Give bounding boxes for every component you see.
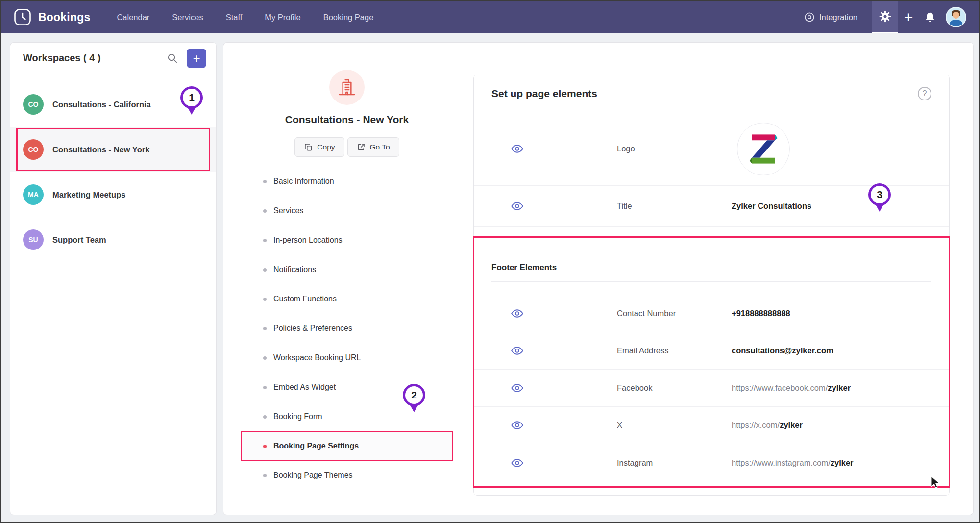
menu-item-label: Workspace Booking URL (273, 353, 361, 362)
workspace-overview: Consultations - New York Copy Go To (242, 43, 452, 490)
workspace-list: CO Consultations - California CO Consult… (10, 74, 216, 262)
eye-icon (511, 344, 524, 357)
x-visibility-toggle[interactable] (474, 419, 617, 432)
nav-booking-page[interactable]: Booking Page (323, 13, 374, 22)
workspace-actions: Copy Go To (242, 137, 452, 157)
title-value[interactable]: Zylker Consultations (732, 201, 949, 211)
footer-elements-heading: Footer Elements (474, 236, 949, 273)
panel-title: Set up page elements (491, 88, 918, 100)
bullet-icon (263, 386, 267, 389)
contact-number-label: Contact Number (617, 309, 732, 318)
value-muted-part: https://www.instagram.com/ (732, 458, 831, 467)
integration-icon (804, 12, 815, 23)
go-to-button[interactable]: Go To (347, 137, 399, 157)
user-avatar[interactable] (946, 7, 966, 27)
external-link-icon (357, 143, 366, 151)
contact-number-value[interactable]: +918888888888 (732, 309, 949, 318)
nav-my-profile[interactable]: My Profile (265, 13, 300, 22)
instagram-visibility-toggle[interactable] (474, 456, 617, 470)
menu-item-in-person-locations[interactable]: In-person Locations (242, 225, 452, 255)
menu-item-label: Booking Page Settings (273, 442, 359, 450)
menu-item-embed-as-widget[interactable]: Embed As Widget (242, 373, 452, 402)
workspace-initials-badge: MA (23, 184, 44, 205)
brand[interactable]: Bookings (14, 8, 90, 26)
workspace-initials-badge: CO (23, 139, 44, 160)
copy-button[interactable]: Copy (294, 137, 344, 157)
menu-item-custom-functions[interactable]: Custom Functions (242, 284, 452, 314)
bullet-icon (263, 415, 267, 419)
nav-calendar[interactable]: Calendar (117, 13, 149, 22)
sidebar-header: Workspaces ( 4 ) + (10, 43, 216, 74)
plus-icon: + (904, 9, 913, 25)
bullet-icon (263, 268, 267, 272)
copy-icon (304, 143, 313, 151)
avatar-face (953, 12, 959, 19)
menu-item-policies-preferences[interactable]: Policies & Preferences (242, 314, 452, 343)
logo-visibility-toggle[interactable] (474, 142, 617, 155)
go-to-button-label: Go To (370, 143, 390, 151)
eye-icon (511, 142, 524, 155)
brand-name: Bookings (38, 11, 90, 24)
workspace-item-consultations-new-york[interactable]: CO Consultations - New York (10, 127, 216, 172)
menu-item-booking-form[interactable]: Booking Form (242, 402, 452, 431)
workspace-initials-badge: SU (23, 229, 44, 250)
x-row: X https://x.com/zylker (474, 407, 949, 444)
setup-page-elements-panel: Set up page elements ? Logo (473, 75, 950, 496)
workspace-item-marketing-meetups[interactable]: MA Marketing Meetups (10, 172, 216, 217)
bullet-icon (263, 180, 267, 183)
nav-services[interactable]: Services (172, 13, 203, 22)
bullet-icon (263, 474, 267, 477)
nav-staff[interactable]: Staff (226, 13, 243, 22)
workspace-logo-image[interactable] (737, 123, 790, 175)
workspaces-sidebar: Workspaces ( 4 ) + CO Consultations - Ca… (10, 42, 217, 515)
menu-item-label: Booking Form (273, 412, 322, 421)
eye-icon (511, 199, 524, 213)
panel-header: Set up page elements ? (474, 75, 949, 112)
top-nav: Calendar Services Staff My Profile Booki… (117, 13, 373, 22)
value-strong-part: +918888888888 (732, 309, 790, 318)
title-visibility-toggle[interactable] (474, 199, 617, 213)
value-strong-part: zylker (828, 383, 851, 392)
facebook-visibility-toggle[interactable] (474, 381, 617, 395)
logo-label: Logo (617, 144, 732, 153)
bullet-icon (263, 327, 267, 330)
settings-button[interactable] (872, 1, 898, 33)
eye-icon (511, 456, 524, 470)
value-muted-part: https://www.facebook.com/ (732, 383, 828, 392)
menu-item-notifications[interactable]: Notifications (242, 255, 452, 284)
contact-number-visibility-toggle[interactable] (474, 307, 617, 320)
help-icon[interactable]: ? (918, 87, 931, 100)
notifications-button[interactable] (919, 1, 941, 33)
email-visibility-toggle[interactable] (474, 344, 617, 357)
menu-item-label: In-person Locations (273, 236, 343, 245)
bullet-icon (263, 239, 267, 242)
menu-item-booking-page-themes[interactable]: Booking Page Themes (242, 461, 452, 490)
avatar-body (949, 20, 963, 27)
title-row: Title Zylker Consultations (474, 186, 949, 227)
facebook-value[interactable]: https://www.facebook.com/zylker (732, 383, 949, 393)
menu-item-label: Notifications (273, 265, 316, 274)
menu-item-services[interactable]: Services (242, 196, 452, 225)
workspace-item-consultations-california[interactable]: CO Consultations - California (10, 82, 216, 127)
workspace-item-label: Consultations - California (52, 100, 151, 109)
menu-item-label: Basic Information (273, 177, 334, 186)
workspace-search-button[interactable] (167, 52, 178, 64)
instagram-label: Instagram (617, 458, 732, 468)
email-address-value[interactable]: consultations@zylker.com (732, 346, 949, 355)
integration-button[interactable]: Integration (804, 12, 858, 23)
instagram-value[interactable]: https://www.instagram.com/zylker (732, 458, 949, 468)
quick-add-button[interactable]: + (898, 1, 919, 33)
value-strong-part: consultations@zylker.com (732, 346, 833, 355)
menu-item-workspace-booking-url[interactable]: Workspace Booking URL (242, 343, 452, 373)
x-value[interactable]: https://x.com/zylker (732, 421, 949, 430)
menu-item-basic-information[interactable]: Basic Information (242, 167, 452, 196)
facebook-row: Facebook https://www.facebook.com/zylker (474, 370, 949, 407)
menu-item-label: Policies & Preferences (273, 324, 352, 333)
footer-rows: Contact Number +918888888888 Email Addre… (474, 295, 949, 481)
bullet-icon (263, 445, 267, 448)
eye-icon (511, 419, 524, 432)
workspace-item-support-team[interactable]: SU Support Team (10, 217, 216, 262)
menu-item-booking-page-settings[interactable]: Booking Page Settings (242, 431, 452, 461)
add-workspace-button[interactable]: + (187, 49, 206, 68)
footer-elements-section: Footer Elements Contact Number +91888888… (474, 236, 949, 488)
